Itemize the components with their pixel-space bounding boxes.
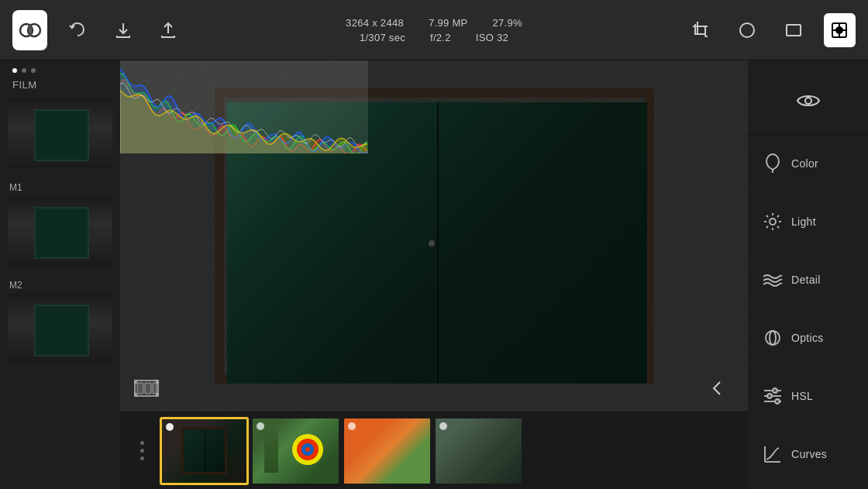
svg-point-34 bbox=[773, 388, 777, 393]
svg-rect-16 bbox=[153, 383, 157, 394]
svg-point-32 bbox=[770, 331, 776, 345]
tool-curves[interactable]: Curves bbox=[748, 425, 868, 483]
more-dot-2 bbox=[140, 449, 144, 453]
main-area: FILM M1 M2 bbox=[0, 60, 868, 489]
hsl-label: HSL bbox=[791, 390, 813, 402]
preset-item-1[interactable] bbox=[8, 98, 112, 168]
more-dot-3 bbox=[140, 456, 144, 460]
right-panel-tools: Color Light bbox=[748, 135, 868, 483]
preset-item-m1[interactable]: M1 bbox=[8, 182, 112, 266]
preset-thumb-1 bbox=[8, 98, 112, 168]
preset-section-label: FILM bbox=[6, 79, 37, 91]
dot-2 bbox=[22, 68, 26, 73]
svg-rect-19 bbox=[157, 381, 158, 383]
zoom-level: 27.9% bbox=[493, 17, 522, 29]
tone-button[interactable] bbox=[732, 13, 764, 47]
back-button[interactable] bbox=[701, 371, 735, 405]
aspect-button[interactable] bbox=[777, 13, 810, 47]
tool-color[interactable]: Color bbox=[748, 135, 868, 193]
film-thumb-2[interactable] bbox=[251, 417, 340, 485]
svg-line-30 bbox=[766, 226, 768, 228]
aperture: f/2.2 bbox=[430, 32, 451, 43]
preview-button[interactable] bbox=[791, 84, 825, 118]
logo-button[interactable] bbox=[12, 10, 47, 50]
light-icon-area bbox=[762, 211, 784, 232]
selective-button[interactable] bbox=[824, 13, 856, 47]
svg-point-36 bbox=[767, 394, 772, 398]
film-thumb-4[interactable] bbox=[434, 417, 523, 485]
tool-hsl[interactable]: HSL bbox=[748, 367, 868, 425]
preset-label-m1: M1 bbox=[8, 182, 112, 193]
more-options[interactable] bbox=[126, 441, 157, 460]
preset-thumb-m1-scene bbox=[8, 196, 112, 266]
svg-rect-18 bbox=[135, 394, 136, 396]
svg-line-29 bbox=[777, 215, 779, 217]
svg-rect-7 bbox=[787, 25, 801, 36]
right-panel: Color Light bbox=[748, 60, 868, 489]
preset-item-m2[interactable]: M2 bbox=[8, 280, 112, 363]
hsl-icon-area bbox=[762, 385, 784, 407]
svg-point-21 bbox=[805, 98, 811, 104]
svg-line-27 bbox=[766, 215, 768, 217]
svg-point-38 bbox=[775, 399, 780, 404]
share-button[interactable] bbox=[153, 13, 183, 47]
panel-dots bbox=[6, 68, 36, 73]
svg-rect-20 bbox=[157, 394, 158, 396]
door-split bbox=[437, 102, 439, 383]
preset-thumb-1-scene bbox=[8, 98, 112, 168]
undo-button[interactable] bbox=[63, 13, 92, 47]
film-thumb-3[interactable] bbox=[343, 417, 432, 485]
color-icon-area bbox=[762, 153, 784, 174]
tool-light[interactable]: Light bbox=[748, 193, 868, 251]
image-size: 3264 x 2448 bbox=[346, 17, 404, 29]
tool-detail[interactable]: Detail bbox=[748, 251, 868, 309]
filmstrip-toggle-area bbox=[126, 371, 167, 405]
iso: ISO 32 bbox=[476, 32, 508, 43]
histogram bbox=[120, 60, 368, 153]
preset-thumb-m2-scene bbox=[8, 294, 112, 363]
svg-point-31 bbox=[766, 331, 780, 345]
filmstrip bbox=[120, 412, 748, 489]
toolbar-right bbox=[685, 13, 856, 47]
light-icon bbox=[763, 212, 783, 232]
svg-point-6 bbox=[740, 23, 754, 37]
optics-icon bbox=[763, 328, 783, 348]
toolbar-center: 3264 x 2448 7.99 MP 27.9% 1/307 sec f/2.… bbox=[183, 17, 685, 43]
download-button[interactable] bbox=[108, 13, 137, 47]
toolbar-left bbox=[12, 10, 183, 50]
optics-label: Optics bbox=[791, 332, 823, 344]
image-area bbox=[120, 60, 748, 412]
color-label: Color bbox=[791, 157, 818, 170]
light-label: Light bbox=[791, 215, 816, 228]
megapixels: 7.99 MP bbox=[429, 17, 468, 29]
curves-icon-area bbox=[762, 443, 784, 465]
back-arrow-area bbox=[701, 371, 735, 405]
svg-point-22 bbox=[770, 219, 776, 225]
eye-panel bbox=[748, 67, 868, 135]
back-icon bbox=[708, 377, 729, 399]
preset-label-m2: M2 bbox=[8, 280, 112, 291]
hsl-icon bbox=[763, 387, 783, 405]
svg-line-28 bbox=[777, 226, 779, 228]
detail-icon-area bbox=[762, 269, 784, 291]
door-lock bbox=[429, 240, 435, 246]
top-toolbar: 3264 x 2448 7.99 MP 27.9% 1/307 sec f/2.… bbox=[0, 0, 868, 60]
svg-rect-14 bbox=[137, 383, 143, 394]
svg-point-11 bbox=[836, 27, 842, 33]
preset-thumb-m2 bbox=[8, 294, 112, 363]
tool-optics[interactable]: Optics bbox=[748, 308, 868, 367]
film-thumb-4-inner bbox=[436, 418, 522, 484]
film-thumb-1[interactable] bbox=[160, 417, 249, 485]
svg-rect-15 bbox=[145, 383, 151, 394]
dot-3 bbox=[31, 68, 36, 73]
color-icon bbox=[763, 153, 782, 174]
curves-icon bbox=[763, 444, 783, 464]
film-thumb-3-inner bbox=[344, 418, 430, 484]
filmstrip-icon bbox=[134, 377, 159, 399]
curves-label: Curves bbox=[791, 448, 827, 460]
film-thumb-2-inner bbox=[253, 418, 339, 484]
svg-rect-17 bbox=[135, 381, 136, 383]
filmstrip-toggle-button[interactable] bbox=[126, 371, 167, 405]
crop-button[interactable] bbox=[685, 13, 718, 47]
dot-1 bbox=[12, 68, 17, 73]
